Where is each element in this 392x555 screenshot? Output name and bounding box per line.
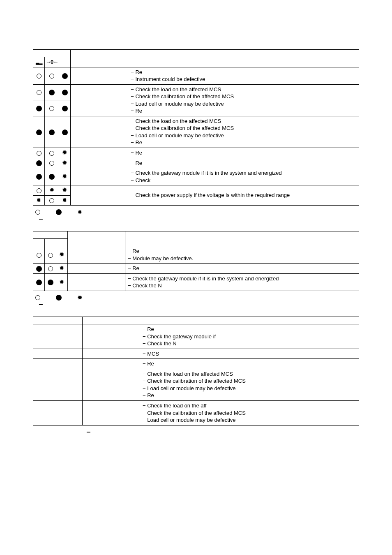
t1-r8-i3: ✹ [59,185,71,196]
status-table-2: ✹ Re Module may be defective. ✹ Re ✹ Che… [33,231,359,291]
t3-r3-act: Re [140,359,359,369]
circle-open-icon [37,151,42,156]
action-text: Check the load on the affected MCS [131,118,356,125]
status-table-3: Re Check the gateway module if Check the… [33,317,359,426]
gear-icon: ✹ [62,159,67,166]
circle-fill-icon [62,106,68,111]
t1-r4-act: Check the load on the affected MCS Check… [128,116,359,148]
t1-dash: − [39,215,359,224]
action-text: Re [131,149,356,157]
t3-r6-c1 [33,413,83,425]
t1-r6-i3: ✹ [59,158,71,168]
circle-fill-icon [36,266,42,272]
t1-r7-desc [71,168,128,185]
circle-fill-icon [49,90,55,95]
gear-icon: ✹ [62,173,67,180]
t2-r2-i2 [45,264,56,274]
circle-fill-icon [36,160,42,166]
circle-open-icon [48,266,53,271]
t1-hdr-ic2: →0← [45,57,59,67]
action-text: Re [131,139,356,146]
t3-r4-act: Check the load on the affected MCS Check… [140,369,359,400]
action-text: MCS [143,350,356,358]
t1-r9-i3: ✹ [59,195,71,206]
action-text: Re [143,360,356,368]
circle-fill-icon [49,174,55,180]
t1-r7-i2 [45,168,59,185]
t2-hdr-ic1 [33,239,45,246]
t1-r1-i1 [33,67,45,84]
action-text: Check the load on the affected MCS [143,370,356,378]
t1-hdr-icons-top [33,50,71,57]
circle-fill-icon [56,295,62,301]
action-text: Check [131,177,356,184]
action-text: Check the gateway module if [143,333,356,340]
action-text: Re [131,107,356,115]
t2-r2-act: Re [125,264,359,274]
t1-legend: ✹ [33,208,359,215]
t3-r1-act: Re Check the gateway module if Check the… [140,324,359,349]
t1-r5-desc [71,148,128,158]
t3-hdr-c3 [140,317,359,324]
circle-open-icon [49,161,54,166]
t2-r1-i1 [33,246,45,264]
circle-fill-icon [56,209,62,215]
gear-icon: ✹ [62,149,67,156]
t3-r3-c1 [33,359,83,369]
t1-r7-i3: ✹ [59,168,71,185]
t3-hdr-c2 [83,317,140,324]
t2-hdr-desc [68,231,125,246]
t1-r5-i2 [45,148,59,158]
t1-r2-i3 [59,84,71,100]
t2-r2-i3: ✹ [56,264,68,274]
action-text: Load cell or module may be defective [143,385,356,392]
circle-fill-icon [62,73,68,79]
circle-fill-icon [36,106,42,111]
t1-r1-i2 [45,67,59,84]
t1-r6-i1 [33,158,45,168]
t1-r8-i1 [33,185,45,196]
t3-r3-c2 [83,359,140,369]
t2-r3-i2 [45,273,56,291]
gear-icon: ✹ [59,251,65,258]
t1-r4-i2 [45,116,59,148]
t2-r2-i1 [33,264,45,274]
gear-icon: ✹ [59,278,65,285]
t2-r3-act: Check the gateway module if it is in the… [125,273,359,291]
t3-r5-act: Check the load on the aff Check the cali… [140,400,359,425]
action-text: Re [128,247,356,255]
circle-fill-icon [62,130,68,135]
t1-r6-i2 [45,158,59,168]
circle-fill-icon [48,280,53,285]
t2-r3-desc [68,273,125,291]
t3-r4-c2 [83,369,140,400]
action-text: Re [143,392,356,399]
circle-open-icon [35,210,40,215]
t1-r5-i3: ✹ [59,148,71,158]
gear-icon: ✹ [62,197,67,204]
action-text: Re [131,69,356,76]
t1-r3-i1 [33,100,45,116]
t1-hdr-ic1: ▃▂ [33,57,45,67]
circle-fill-icon [36,130,42,135]
t1-r2-desc [71,84,128,116]
t1-r6-desc [71,158,128,168]
t2-hdr-icons-top [33,231,68,239]
status-table-1: ▃▂ →0← Re Instrument could be defective … [33,49,359,206]
wave-icon: ▃▂ [36,60,42,65]
t1-hdr-ic3 [59,57,71,67]
action-text: Check the load on the aff [143,402,356,409]
t1-r2-i1 [33,84,45,100]
t2-r3-i1 [33,273,45,291]
action-text: Check the N [143,340,356,347]
circle-open-icon [48,253,53,258]
t2-r3-i3: ✹ [56,273,68,291]
t1-r1-act: Re Instrument could be defective [128,67,359,84]
action-text: Check the N [128,282,356,289]
t1-r6-act: Re [128,158,359,168]
action-text: Check the gateway module if it is in the… [128,275,356,282]
t1-r8-desc [71,185,128,206]
circle-open-icon [49,74,54,79]
circle-open-icon [49,151,54,156]
t1-r9-i1: ✹ [33,195,45,206]
